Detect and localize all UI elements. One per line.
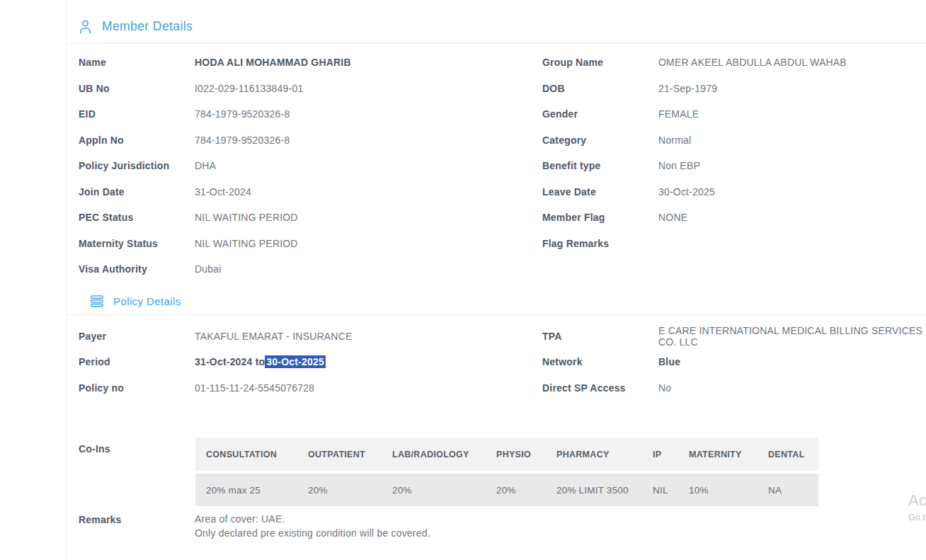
divider-member	[67, 43, 926, 44]
member-icon	[79, 19, 92, 34]
field-label: Network	[542, 349, 658, 375]
field-value: E CARE INTERNATIONAL MEDICAL BILLING SER…	[658, 324, 926, 350]
coins-value-cell: 20%	[486, 474, 546, 506]
field-spacer	[542, 256, 658, 282]
policy-list-icon	[91, 295, 103, 307]
field-label: Gender	[542, 101, 658, 127]
field-label: Join Date	[79, 179, 195, 205]
coins-header-cell: OUTPATIENT	[297, 438, 382, 471]
field-value: 01-115-11-24-5545076728	[195, 375, 542, 401]
field-label: DOB	[542, 76, 658, 102]
field-value-prefix: 31-Oct-2024 to	[195, 356, 265, 367]
coins-header-cell: PHYSIO	[486, 438, 546, 471]
field-label: Leave Date	[542, 179, 658, 205]
member-fields-grid: NameHODA ALI MOHAMMAD GHARIBGroup NameOM…	[79, 50, 926, 282]
field-value: 784-1979-9520326-8	[195, 127, 542, 154]
coins-header-cell: MATERNITY	[678, 438, 758, 471]
field-value: TAKAFUL EMARAT - INSURANCE	[195, 324, 542, 350]
coins-value-cell: 20% LIMIT 3500	[546, 474, 642, 506]
coins-value-cell: 10%	[678, 474, 758, 506]
policy-fields-grid: PayerTAKAFUL EMARAT - INSURANCETPAE CARE…	[79, 324, 926, 401]
watermark-line2: Go t	[908, 513, 926, 522]
field-label: Payer	[79, 324, 195, 350]
field-value: 31-Oct-2024	[195, 179, 542, 205]
coins-value-cell: NIL	[642, 474, 678, 506]
field-spacer	[658, 256, 926, 282]
member-details-header[interactable]: Member Details	[67, 0, 926, 43]
field-value: FEMALE	[658, 101, 926, 127]
divider-policy	[67, 314, 926, 315]
field-label: Maternity Status	[79, 231, 195, 257]
coins-header-row: CONSULTATIONOUTPATIENTLAB/RADIOLOGYPHYSI…	[195, 438, 818, 471]
coins-value-cell: 20%	[297, 474, 382, 506]
member-details-title: Member Details	[102, 19, 193, 34]
field-label: UB No	[79, 76, 195, 102]
field-value: I022-029-116133849-01	[195, 76, 542, 102]
field-label: Policy Jurisdiction	[79, 153, 195, 179]
field-value: NIL WAITING PERIOD	[195, 205, 542, 231]
policy-details-header[interactable]: Policy Details	[67, 282, 926, 314]
field-label: Category	[542, 127, 658, 154]
field-label: Appln No	[79, 127, 195, 154]
field-value: Blue	[658, 349, 926, 375]
field-label: Group Name	[542, 50, 658, 76]
field-value: NIL WAITING PERIOD	[195, 231, 542, 257]
field-label: Visa Authority	[79, 256, 195, 282]
activate-watermark: Act Go t	[908, 491, 926, 522]
coins-value-cell: NA	[758, 474, 818, 506]
coins-header-cell: CONSULTATION	[195, 438, 297, 471]
field-value-highlighted: 30-Oct-2025	[265, 355, 326, 368]
field-label: Policy no	[79, 375, 195, 401]
policy-details-title: Policy Details	[113, 295, 181, 307]
field-value: 21-Sep-1979	[658, 76, 926, 102]
field-value: 31-Oct-2024 to 30-Oct-2025	[195, 349, 542, 375]
field-label: Name	[79, 50, 195, 76]
coins-value-row: 20% max 2520%20%20%20% LIMIT 3500NIL10%N…	[195, 474, 818, 506]
field-value: Dubai	[195, 256, 542, 282]
remarks-line: Only declared pre existing condition wil…	[195, 526, 430, 540]
coins-label: Co-Ins	[79, 435, 195, 509]
remarks-lines: Area of cover: UAE.Only declared pre exi…	[195, 512, 430, 540]
field-label: TPA	[542, 324, 658, 350]
coins-table: CONSULTATIONOUTPATIENTLAB/RADIOLOGYPHYSI…	[195, 435, 818, 509]
field-label: Period	[79, 349, 195, 375]
field-value: No	[658, 375, 926, 401]
field-value: Non EBP	[658, 153, 926, 179]
coins-header-cell: IP	[642, 438, 678, 471]
coins-header-cell: LAB/RADIOLOGY	[382, 438, 486, 471]
field-value: NONE	[658, 205, 926, 231]
field-value: OMER AKEEL ABDULLA ABDUL WAHAB	[658, 50, 926, 76]
field-label: Member Flag	[542, 205, 658, 231]
coins-value-cell: 20% max 25	[195, 474, 297, 506]
coins-value-cell: 20%	[382, 474, 486, 506]
field-label: Direct SP Access	[542, 375, 658, 401]
field-value: 30-Oct-2025	[658, 179, 926, 205]
member-details-card: Member Details NameHODA ALI MOHAMMAD GHA…	[66, 0, 926, 560]
coins-header-cell: DENTAL	[758, 438, 818, 471]
field-value	[658, 231, 926, 257]
watermark-line1: Act	[908, 491, 926, 510]
field-label: Flag Remarks	[542, 231, 658, 257]
coins-section: Co-Ins CONSULTATIONOUTPATIENTLAB/RADIOLO…	[79, 435, 926, 509]
field-label: Benefit type	[542, 153, 658, 179]
field-value: DHA	[195, 153, 542, 179]
remarks-row: Remarks Area of cover: UAE.Only declared…	[79, 512, 926, 540]
field-value: HODA ALI MOHAMMAD GHARIB	[195, 50, 542, 76]
field-label: PEC Status	[79, 205, 195, 231]
remarks-line: Area of cover: UAE.	[195, 512, 430, 526]
remarks-label: Remarks	[79, 512, 195, 540]
field-value: Normal	[658, 127, 926, 154]
coins-header-cell: PHARMACY	[546, 438, 642, 471]
field-value: 784-1979-9520326-8	[195, 101, 542, 127]
field-label: EID	[79, 101, 195, 127]
